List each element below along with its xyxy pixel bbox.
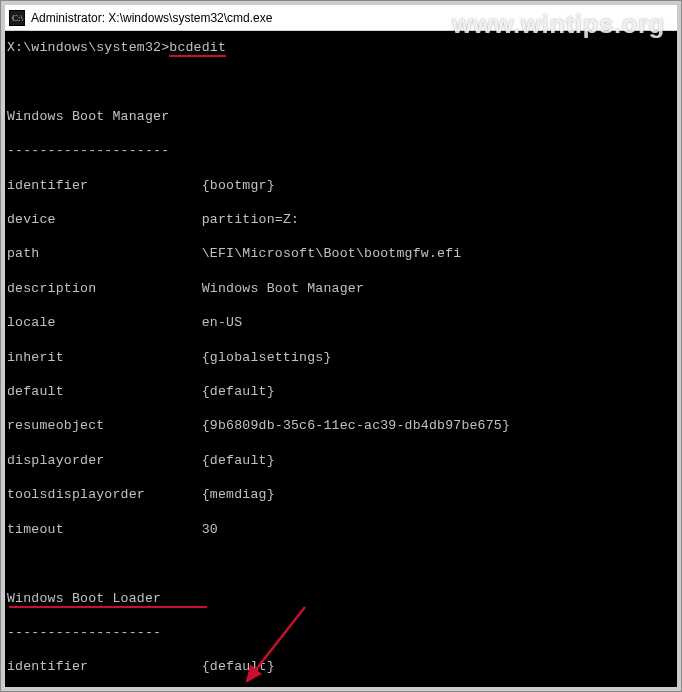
cmd-window: C:\ Administrator: X:\windows\system32\c…	[1, 1, 681, 691]
value: en-US	[202, 315, 243, 330]
key: device	[7, 212, 56, 227]
key: identifier	[7, 178, 88, 193]
prompt-path: X:\windows\system32>	[7, 40, 169, 55]
titlebar[interactable]: C:\ Administrator: X:\windows\system32\c…	[5, 5, 677, 31]
section-title: Windows Boot Loader	[7, 590, 675, 607]
value: {globalsettings}	[202, 350, 332, 365]
key: inherit	[7, 350, 64, 365]
key: identifier	[7, 659, 88, 674]
value: {bootmgr}	[202, 178, 275, 193]
key: locale	[7, 315, 56, 330]
value: {default}	[202, 384, 275, 399]
value: 30	[202, 522, 218, 537]
value: partition=Z:	[202, 212, 299, 227]
section-title: Windows Boot Manager	[7, 108, 675, 125]
key: displayorder	[7, 453, 104, 468]
svg-text:C:\: C:\	[12, 13, 24, 23]
window-title: Administrator: X:\windows\system32\cmd.e…	[31, 11, 272, 25]
value: {default}	[202, 659, 275, 674]
value: {default}	[202, 453, 275, 468]
value: {9b6809db-35c6-11ec-ac39-db4db97be675}	[202, 418, 510, 433]
section-sep: -------------------	[7, 624, 675, 641]
key: toolsdisplayorder	[7, 487, 145, 502]
terminal-output[interactable]: X:\windows\system32>bcdedit Windows Boot…	[5, 31, 677, 687]
key: default	[7, 384, 64, 399]
section-sep: --------------------	[7, 142, 675, 159]
value: {memdiag}	[202, 487, 275, 502]
key: description	[7, 281, 96, 296]
key: path	[7, 246, 39, 261]
value: \EFI\Microsoft\Boot\bootmgfw.efi	[202, 246, 462, 261]
command-bcdedit: bcdedit	[169, 40, 226, 57]
cmd-icon: C:\	[9, 10, 25, 26]
key: resumeobject	[7, 418, 104, 433]
key: timeout	[7, 522, 64, 537]
value: Windows Boot Manager	[202, 281, 364, 296]
